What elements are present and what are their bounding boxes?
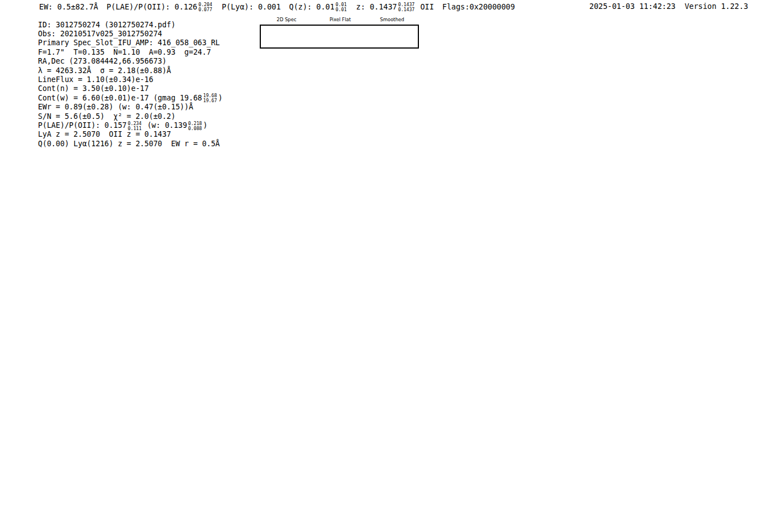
spectra-plots-svg: [0, 0, 782, 532]
elixer-report-page: EW: 0.5±82.7ÅP(LAE)/P(OII): 0.1260.2040.…: [0, 0, 782, 532]
bottom-blue-bar: [50, 528, 132, 532]
